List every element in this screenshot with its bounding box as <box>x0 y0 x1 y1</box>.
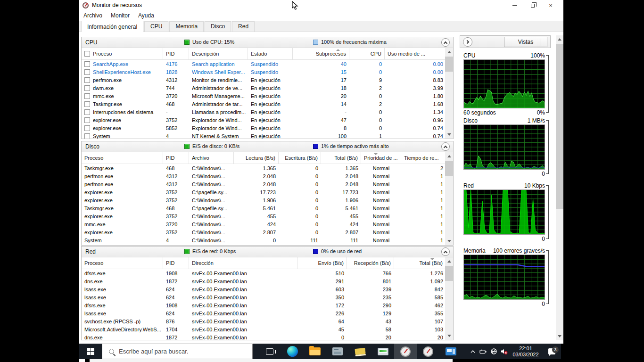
table-row[interactable]: explorer.exe3752C:\Windows\...1.90601.90… <box>82 196 446 204</box>
table-row[interactable]: svchost.exe (RPCSS -p)876srvEx-00.Examen… <box>82 317 446 325</box>
table-row[interactable]: Microsoft.ActiveDirectory.WebS...1704srv… <box>82 325 446 333</box>
table-row[interactable]: System4C:\Windows\...0111111Normal1 <box>82 236 446 244</box>
column-header[interactable]: Tiempo de re... <box>401 152 446 164</box>
table-row[interactable]: explorer.exe3752C:\Windows\...4550455Nor… <box>82 212 446 220</box>
collapse-panel-button[interactable] <box>463 37 472 47</box>
column-header[interactable]: Uso medio de ... <box>385 48 446 59</box>
scroll-down-icon[interactable] <box>556 332 563 340</box>
row-checkbox[interactable] <box>84 93 90 99</box>
task-manager-button[interactable] <box>372 344 394 359</box>
scroll-up-icon[interactable] <box>556 35 563 43</box>
start-button[interactable] <box>79 344 102 359</box>
table-row[interactable]: Taskmgr.exe468C:\pagefile.sy...5.46105.4… <box>82 204 446 212</box>
restore-button[interactable] <box>524 0 542 10</box>
table-row[interactable]: lsass.exe624srvEx-00.Examen00.lan3502355… <box>82 293 446 301</box>
tab-red[interactable]: Red <box>232 21 255 32</box>
disco-table-scrollbar[interactable] <box>445 152 453 245</box>
scroll-thumb[interactable] <box>445 161 453 176</box>
address-book-button[interactable] <box>349 344 372 359</box>
row-checkbox[interactable] <box>84 69 90 75</box>
resource-monitor-taskbar-button[interactable] <box>417 344 439 359</box>
table-row[interactable]: explorer.exe3752C:\Windows\...2.80702.80… <box>82 228 446 236</box>
table-row[interactable]: System4NT Kernel & SystemEn ejecución100… <box>82 132 446 139</box>
column-header[interactable]: Total (B/s) <box>321 152 361 164</box>
column-header[interactable]: Recepción (B/s) <box>347 257 394 269</box>
scroll-thumb[interactable] <box>445 57 453 72</box>
column-header[interactable]: CPU <box>349 48 385 59</box>
table-row[interactable]: dwm.exe744Administrador de ve...En ejecu… <box>82 84 446 92</box>
volume-tray-button[interactable] <box>499 348 509 355</box>
server-manager-button[interactable] <box>326 344 349 359</box>
table-row[interactable]: explorer.exe3752C:\pagefile.sy...17.7230… <box>82 188 446 196</box>
column-header[interactable]: PID <box>163 257 189 269</box>
table-row[interactable]: mmc.exe3720C:\Windows\...4240424Normal1 <box>82 220 446 228</box>
minimize-button[interactable] <box>506 0 524 10</box>
column-header[interactable]: Estado <box>248 48 293 59</box>
table-row[interactable]: Interrupciones del sistema-Llamadas a pr… <box>82 108 446 116</box>
table-row[interactable]: explorer.exe3752Explorador de Wind...En … <box>82 116 446 124</box>
row-checkbox[interactable] <box>84 61 90 67</box>
table-row[interactable]: dfsrs.exe1908srvEx-00.Examen00.lan172290… <box>82 301 446 309</box>
scroll-down-icon[interactable] <box>445 237 453 245</box>
titlebar[interactable]: Monitor de recursos × <box>79 0 563 10</box>
tab-disco[interactable]: Disco <box>205 21 231 32</box>
scroll-up-icon[interactable] <box>445 257 453 265</box>
scroll-thumb[interactable] <box>556 44 563 209</box>
column-header[interactable]: Total (B/s) <box>394 257 446 269</box>
column-header[interactable]: Escritura (B/s) <box>279 152 321 164</box>
disco-collapse-button[interactable] <box>441 142 450 151</box>
select-all-checkbox[interactable] <box>84 51 90 57</box>
close-button[interactable]: × <box>542 0 560 10</box>
tab-cpu[interactable]: CPU <box>144 21 168 32</box>
table-row[interactable]: perfmon.exe4312C:\Windows\...2.04802.048… <box>82 172 446 180</box>
show-hidden-icons-button[interactable] <box>468 348 478 355</box>
table-row[interactable]: dfsrs.exe1908srvEx-00.Examen00.lan510766… <box>82 269 446 277</box>
column-header[interactable]: PID <box>163 48 189 59</box>
column-header[interactable]: Subprocesos <box>293 48 349 59</box>
scroll-up-icon[interactable] <box>445 48 453 56</box>
action-center-button[interactable]: 3 <box>542 348 561 354</box>
red-table-scrollbar[interactable] <box>445 257 453 340</box>
row-checkbox[interactable] <box>84 117 90 123</box>
row-checkbox[interactable] <box>84 101 90 107</box>
table-row[interactable]: perfmon.exe4312C:\Windows\...2.04802.048… <box>82 180 446 188</box>
row-checkbox[interactable] <box>84 85 90 91</box>
column-header[interactable]: Descripción <box>189 48 248 59</box>
row-checkbox[interactable] <box>84 125 90 131</box>
red-collapse-button[interactable] <box>441 247 450 256</box>
column-header[interactable]: Proceso <box>82 152 163 164</box>
taskbar-clock[interactable]: 22:01 03/03/2022 <box>509 346 542 358</box>
tab-informacion-general[interactable]: Información general <box>81 21 143 32</box>
table-row[interactable]: lsass.exe624srvEx-00.Examen00.lan6032398… <box>82 285 446 293</box>
row-checkbox[interactable] <box>84 109 90 115</box>
cpu-collapse-button[interactable] <box>441 38 450 47</box>
task-view-button[interactable] <box>258 344 281 359</box>
power-tray-button[interactable] <box>478 348 488 355</box>
row-checkbox[interactable] <box>84 133 90 139</box>
tab-memoria[interactable]: Memoria <box>169 21 204 32</box>
scroll-up-icon[interactable] <box>445 152 453 160</box>
file-explorer-button[interactable] <box>304 344 326 359</box>
network-tray-button[interactable] <box>488 348 499 355</box>
column-header[interactable]: Proceso <box>82 257 163 269</box>
table-row[interactable]: mmc.exe3720Microsoft Manageme...En ejecu… <box>82 92 446 100</box>
resource-monitor-taskbar-button-active[interactable] <box>394 344 417 359</box>
menu-archivo[interactable]: Archivo <box>79 10 107 21</box>
column-header[interactable]: Envío (B/s) <box>297 257 347 269</box>
table-row[interactable]: dns.exe1872srvEx-00.Examen00.lan2918011.… <box>82 277 446 285</box>
disco-section-header[interactable]: Disco E/S de disco: 0 KB/s 1% de tiempo … <box>82 141 453 152</box>
table-row[interactable]: dns.exe1872srvEx-00.Examen00.lan02020 <box>82 333 446 340</box>
table-row[interactable]: Taskmgr.exe468C:\Windows\...1.36501.365N… <box>82 164 446 172</box>
views-button[interactable]: Vistas <box>504 37 547 47</box>
column-header[interactable]: Dirección <box>189 257 297 269</box>
table-row[interactable]: Taskmgr.exe468Administrador de tar...En … <box>82 100 446 108</box>
menu-ayuda[interactable]: Ayuda <box>134 10 158 21</box>
row-checkbox[interactable] <box>84 77 90 83</box>
cpu-section-header[interactable]: CPU Uso de CPU: 15% 100% de frecuencia m… <box>82 37 453 48</box>
menu-monitor[interactable]: Monitor <box>107 10 134 21</box>
scroll-down-icon[interactable] <box>445 131 453 139</box>
column-header[interactable]: Lectura (B/s) <box>234 152 279 164</box>
table-row[interactable]: explorer.exe5852Explorador de Wind...En … <box>82 124 446 132</box>
column-header[interactable]: PID <box>163 152 189 164</box>
table-row[interactable]: lsass.exe624srvEx-00.Examen00.lan2261293… <box>82 309 446 317</box>
